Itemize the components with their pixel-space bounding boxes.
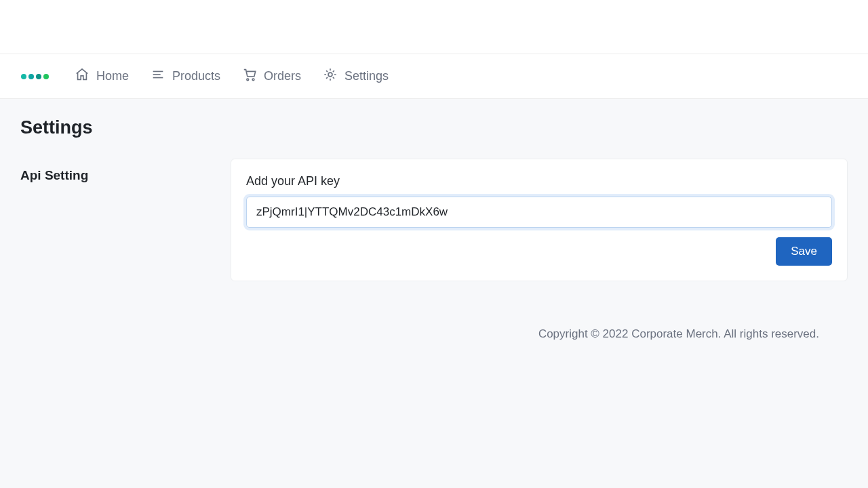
cart-icon bbox=[242, 67, 257, 85]
logo-dot-icon bbox=[36, 74, 41, 79]
nav-home[interactable]: Home bbox=[75, 67, 129, 85]
svg-point-3 bbox=[247, 79, 249, 81]
section-label: Api Setting bbox=[20, 159, 210, 183]
nav-products[interactable]: Products bbox=[151, 67, 220, 85]
svg-point-5 bbox=[328, 73, 332, 77]
api-key-label: Add your API key bbox=[246, 174, 832, 188]
logo-dot-icon bbox=[21, 74, 26, 79]
logo[interactable] bbox=[21, 74, 49, 79]
nav-orders[interactable]: Orders bbox=[242, 67, 301, 85]
svg-point-4 bbox=[252, 79, 254, 81]
layout-row: Api Setting Add your API key Save bbox=[20, 159, 848, 281]
footer-text: Copyright © 2022 Corporate Merch. All ri… bbox=[20, 281, 848, 341]
nav-settings-label: Settings bbox=[344, 69, 389, 83]
topbar-spacer bbox=[0, 0, 868, 54]
list-icon bbox=[151, 67, 165, 85]
gear-icon bbox=[323, 67, 338, 85]
page-title: Settings bbox=[20, 117, 848, 138]
nav-settings[interactable]: Settings bbox=[323, 67, 389, 85]
content: Settings Api Setting Add your API key Sa… bbox=[0, 99, 868, 359]
save-button[interactable]: Save bbox=[776, 237, 832, 266]
button-row: Save bbox=[246, 237, 832, 266]
nav-orders-label: Orders bbox=[264, 69, 301, 83]
logo-dot-icon bbox=[28, 74, 34, 79]
api-card: Add your API key Save bbox=[231, 159, 848, 281]
nav-home-label: Home bbox=[96, 69, 129, 83]
logo-dot-icon bbox=[43, 74, 49, 79]
nav-products-label: Products bbox=[172, 69, 220, 83]
main-nav: Home Products Orders Settings bbox=[0, 54, 868, 99]
api-key-input[interactable] bbox=[246, 197, 832, 228]
home-icon bbox=[75, 67, 90, 85]
